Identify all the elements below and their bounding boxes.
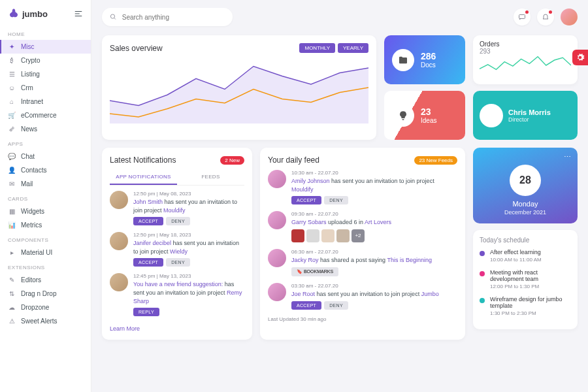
feed-item: 03:30 am - 22.07.20Joe Root has sent you…	[268, 283, 457, 310]
docs-stat-card[interactable]: 286 Docs	[384, 35, 465, 84]
orders-card[interactable]: Orders 293	[473, 35, 578, 84]
nav-label: Widgets	[21, 208, 44, 215]
nav-icon: ☺	[8, 84, 16, 91]
thumbnail[interactable]	[306, 229, 319, 242]
reply-button[interactable]: REPLY	[133, 308, 159, 316]
schedule-item[interactable]: Wireframe design for jumbo template1:30 …	[480, 296, 571, 316]
deny-button[interactable]: DENY	[324, 196, 348, 204]
ideas-label: Ideas	[421, 117, 436, 124]
notifications-card: Latest Notifications 2 New APP NOTIFICAT…	[102, 148, 252, 340]
thumbnail[interactable]	[321, 229, 335, 242]
nav-label: Crypto	[21, 57, 40, 64]
docs-label: Docs	[421, 61, 436, 69]
ideas-count: 23	[421, 106, 436, 117]
sidebar-item-crm[interactable]: ☺Crm	[0, 81, 91, 95]
sidebar-item-chat[interactable]: 💬Chat	[0, 150, 91, 163]
notif-text: Janifer decibel has sent you an invitati…	[133, 239, 244, 255]
monthly-button[interactable]: MONTHLY	[299, 43, 335, 53]
tab-app-notifications[interactable]: APP NOTIFICATIONS	[110, 170, 177, 185]
avatar	[268, 170, 286, 188]
search-icon	[110, 13, 117, 21]
bulb-icon	[392, 105, 414, 127]
message-icon	[518, 13, 526, 21]
bookmarks-button[interactable]: 🔖 BOOKMARKS	[291, 267, 338, 276]
settings-fab[interactable]	[572, 50, 588, 65]
thumbnail[interactable]	[291, 229, 304, 242]
sidebar-item-metrics[interactable]: 📊Metrics	[0, 218, 91, 232]
thumbnail[interactable]	[336, 229, 350, 242]
messages-button[interactable]	[514, 8, 531, 25]
nav-icon: 🗞	[8, 125, 16, 133]
feed-footer: Last Updated 30 min ago	[268, 316, 457, 322]
schedule-time: 12:00 PM to 1:30 PM	[490, 284, 571, 289]
notification-item: 12:50 pm | May 18, 2023Janifer decibel h…	[110, 232, 244, 267]
sidebar-item-dropzone[interactable]: ☁Dropzone	[0, 301, 91, 314]
deny-button[interactable]: DENY	[166, 258, 190, 267]
notification-item: 12:45 pm | May 13, 2023You have a new fr…	[110, 273, 244, 316]
sidebar-item-material-ui[interactable]: ▸Material UI	[0, 246, 91, 259]
schedule-item[interactable]: After effect learning10:00 AM to 11:00 A…	[480, 249, 571, 263]
sidebar-item-drag-n-drop[interactable]: ⇅Drag n Drop	[0, 287, 91, 301]
menu-toggle-icon[interactable]	[74, 9, 83, 18]
notifications-badge: 2 New	[220, 156, 244, 165]
sidebar-item-crypto[interactable]: ₿Crypto	[0, 54, 91, 67]
nav-icon: ⇅	[8, 290, 16, 297]
yearly-button[interactable]: YEARLY	[338, 43, 368, 53]
nav-icon: ▸	[8, 249, 16, 256]
accept-button[interactable]: ACCEPT	[133, 258, 163, 267]
schedule-title: After effect learning	[490, 249, 542, 255]
notifications-title: Latest Notifications	[110, 155, 176, 165]
calendar-month: December 2021	[481, 209, 570, 216]
tab-feeds[interactable]: FEEDS	[177, 170, 244, 185]
search-input[interactable]	[122, 14, 225, 21]
calendar-day: Monday	[481, 200, 570, 208]
accept-button[interactable]: ACCEPT	[291, 196, 321, 204]
deny-button[interactable]: DENY	[166, 217, 190, 225]
calendar-date: 28	[510, 165, 541, 196]
sidebar-item-ecommerce[interactable]: 🛒eCommerce	[0, 108, 91, 122]
nav-icon: ▦	[8, 208, 16, 215]
sidebar-item-listing[interactable]: ☰Listing	[0, 67, 91, 81]
nav-label: Material UI	[21, 249, 52, 256]
avatar	[268, 249, 286, 267]
deny-button[interactable]: DENY	[324, 301, 348, 310]
svg-point-0	[110, 14, 114, 18]
user-avatar[interactable]	[561, 8, 578, 25]
thumbnail-more[interactable]: +2	[351, 229, 365, 242]
sidebar-item-intranet[interactable]: ⌂Intranet	[0, 95, 91, 108]
accept-button[interactable]: ACCEPT	[133, 217, 163, 225]
nav-label: Misc	[21, 43, 35, 50]
accept-button[interactable]: ACCEPT	[291, 301, 321, 310]
nav-label: Dropzone	[21, 304, 49, 311]
sidebar-item-contacts[interactable]: 👤Contacts	[0, 163, 91, 177]
calendar-menu-icon[interactable]: ⋯	[564, 153, 571, 161]
bell-icon	[542, 13, 549, 21]
sidebar-item-sweet-alerts[interactable]: ⚠Sweet Alerts	[0, 314, 91, 328]
avatar	[110, 191, 128, 209]
person-avatar	[480, 104, 503, 127]
feed-item: 09:30 am - 22.07.20Garry Sobars uploaded…	[268, 211, 457, 242]
notif-time: 12:45 pm | May 13, 2023	[133, 273, 244, 279]
sidebar-item-editors[interactable]: ✎Editors	[0, 273, 91, 287]
nav-label: Mail	[21, 180, 33, 188]
feed-item: 06:30 am - 22.07.20Jacky Roy has shared …	[268, 249, 457, 277]
search-bar[interactable]	[102, 8, 233, 26]
sidebar-item-news[interactable]: 🗞News	[0, 122, 91, 136]
person-card[interactable]: Chris Morris Director	[473, 91, 578, 140]
sidebar-item-widgets[interactable]: ▦Widgets	[0, 204, 91, 218]
schedule-item[interactable]: Meeting with react development team12:00…	[480, 269, 571, 289]
nav-heading: HOME	[0, 26, 91, 40]
feed-badge: 23 New Feeds	[414, 156, 457, 165]
avatar	[110, 232, 128, 250]
sidebar-item-misc[interactable]: ✦Misc	[0, 40, 91, 54]
logo[interactable]: jumbo	[8, 8, 48, 20]
calendar-card: ⋯ 28 Monday December 2021	[473, 148, 578, 223]
nav-icon: ☰	[8, 71, 16, 78]
sales-title: Sales overview	[110, 44, 163, 53]
sidebar-item-mail[interactable]: ✉Mail	[0, 177, 91, 191]
feed-text: Joe Root has sent you an invitation to j…	[291, 290, 457, 299]
notifications-button[interactable]	[537, 8, 554, 25]
nav-icon: 🛒	[8, 112, 16, 119]
ideas-stat-card[interactable]: 23 Ideas	[384, 91, 465, 140]
learn-more-link[interactable]: Learn More	[110, 325, 140, 332]
